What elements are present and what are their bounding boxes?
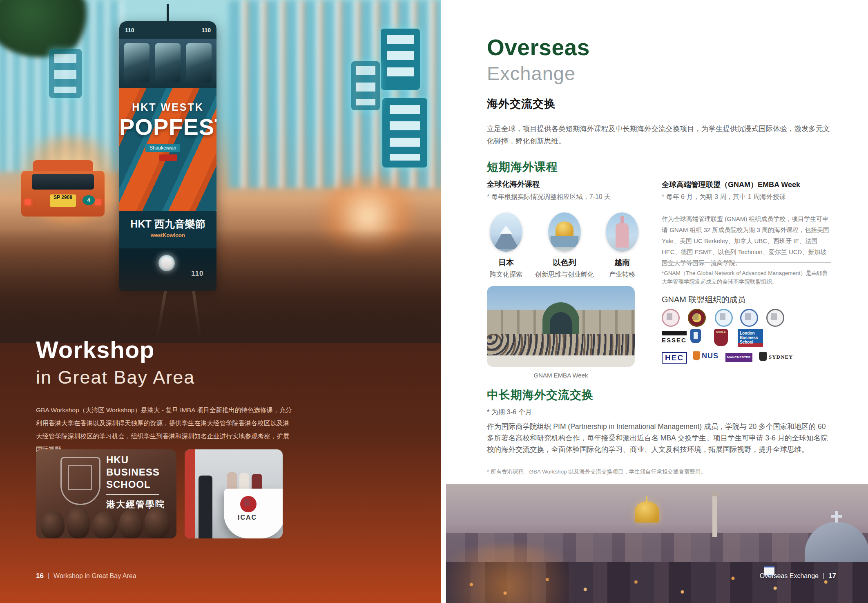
member-logos-row1 — [662, 309, 833, 327]
person-silhouette — [199, 476, 212, 538]
person-silhouette — [41, 511, 65, 538]
sydney-crest-icon — [759, 352, 767, 361]
tram-roof: 110 110 — [119, 21, 216, 39]
manchester-logo: MANCHESTER — [725, 353, 752, 362]
long-term-note: * 为期 3-6 个月 — [487, 408, 532, 417]
left-page-title-light: in Great Bay Area — [36, 367, 195, 388]
section-heading-long-term: 中长期海外交流交换 — [487, 387, 594, 403]
right-page: Overseas Exchange 海外交流交换 立足全球，项目提供各类短期海外… — [441, 0, 868, 603]
tram-destination-chip: Shaukeiwan — [145, 144, 180, 152]
person-silhouette — [92, 511, 117, 538]
tram-route-right: 110 — [201, 27, 211, 34]
minaret-tower — [712, 492, 717, 537]
tram-banner-text: HKT 西九音樂節 — [119, 217, 216, 231]
destination-name: 以色列 — [533, 257, 596, 268]
university-seal-icon — [662, 309, 680, 327]
korea-university-logo: KOREA — [714, 329, 728, 346]
tram-pantograph — [167, 4, 169, 23]
hku-campus-photo: HKU BUSINESS SCHOOL 港大經管學院 — [36, 449, 176, 538]
left-page-footer: 16|Workshop in Great Bay Area — [36, 572, 136, 580]
left-page: 110 110 HKT WESTK POPFEST Shaukeiwan HKT… — [0, 0, 441, 603]
left-page-number: 16 — [36, 572, 44, 580]
member-logos-row3: HEC NUS MANCHESTER SYDNEY — [662, 351, 833, 368]
neon-sign — [382, 98, 427, 168]
taxi-tail-light — [95, 199, 101, 205]
gnam-photo-caption: GNAM EMBA Week — [487, 372, 635, 379]
member-logos-row2: ESSEC KOREA London Business School — [662, 329, 833, 347]
tram-route-left: 110 — [125, 27, 134, 34]
brochure-spread: { "colors": { "brand_green": "#14512c", … — [0, 0, 868, 603]
right-footer-label: Overseas Exchange — [760, 572, 819, 579]
neon-sign — [381, 29, 420, 90]
person-silhouette — [145, 507, 170, 538]
intro-paragraph: 立足全球，项目提供各类短期海外课程及中长期海外交流交换项目，为学生提供沉浸式国际… — [487, 123, 833, 147]
destination-theme: 跨文化探索 — [480, 270, 533, 279]
right-page-footer: Overseas Exchange|17 — [760, 572, 836, 580]
taxi: SP 2908 4 — [21, 160, 105, 217]
university-seal-icon — [740, 309, 758, 327]
hku-sign-line1: HKU — [106, 454, 129, 466]
vietnam-church-photo — [606, 212, 638, 252]
group-of-people — [487, 334, 635, 355]
destination-name: 越南 — [596, 257, 648, 268]
destination-israel: 以色列 创新思维与创业孵化 — [533, 212, 596, 279]
long-term-footnote: * 所有香港课程、GBA Workshop 以及海外交流交换项目，学生须自行承担… — [487, 468, 833, 476]
neon-sign — [351, 61, 380, 110]
tram-upper-deck — [119, 39, 216, 88]
footer-separator: | — [823, 572, 824, 580]
tram-ad-line2: POPFEST — [119, 114, 216, 140]
divider — [487, 207, 635, 207]
left-page-paragraph: GBA Workshop（大湾区 Workshop）是港大 - 复旦 IMBA … — [36, 404, 292, 456]
university-seal-icon — [766, 309, 784, 327]
nus-logo: NUS — [702, 352, 718, 360]
gnam-note: * 每年 6 月，为期 3 周，其中 1 周海外授课 — [662, 193, 786, 201]
icac-seal-icon — [240, 496, 257, 512]
essec-logo: ESSEC — [662, 331, 687, 344]
destination-theme: 创新思维与创业孵化 — [533, 270, 596, 279]
hong-kong-tram: 110 110 HKT WESTK POPFEST Shaukeiwan HKT… — [119, 9, 216, 291]
page-title-en-light: Exchange — [487, 62, 576, 85]
taxi-rear-window — [32, 174, 94, 190]
tram-red-chip — [159, 154, 177, 161]
left-page-title-bold: Workshop — [36, 336, 155, 363]
gnam-footnote: *GNAM（The Global Network of Advanced Man… — [662, 269, 833, 286]
person-silhouette — [119, 509, 143, 538]
israel-dome-photo — [548, 212, 581, 252]
gnam-subheading: 全球高端管理联盟（GNAM）EMBA Week — [662, 180, 837, 190]
right-page-number: 17 — [828, 572, 836, 580]
plaza-floor — [487, 355, 635, 367]
footer-separator: | — [48, 572, 49, 580]
icac-cup-label: ICAC — [238, 514, 257, 521]
long-term-paragraph: 作为国际商学院组织 PIM (Partnership in Internatio… — [487, 421, 833, 455]
gnam-emba-week-photo — [487, 286, 635, 367]
tram-body: 110 110 HKT WESTK POPFEST Shaukeiwan HKT… — [119, 21, 216, 291]
hec-paris-logo: HEC — [662, 352, 687, 364]
hku-sign-line2: BUSINESS — [106, 467, 160, 478]
hku-sign-divider — [106, 494, 159, 495]
destination-vietnam: 越南 产业转移 — [596, 212, 648, 279]
section-heading-short-term: 短期海外课程 — [487, 159, 558, 175]
tram-ad-line1: HKT WESTK — [119, 101, 216, 113]
left-footer-label: Workshop in Great Bay Area — [54, 572, 136, 579]
taxi-tail-light — [25, 199, 31, 205]
giant-icac-cup: ICAC — [224, 489, 283, 538]
university-seal-icon — [688, 309, 706, 327]
divider — [662, 207, 831, 207]
global-courses-note: * 每年根据实际情况调整相应区域，7-10 天 — [487, 193, 611, 201]
toronto-crest-icon — [690, 329, 701, 343]
london-business-school-logo: London Business School — [738, 329, 763, 347]
hku-sign-line3: SCHOOL — [106, 479, 151, 490]
destination-theme: 产业转移 — [596, 270, 648, 279]
icac-visit-photo: ICAC — [185, 449, 283, 538]
destination-name: 日本 — [480, 257, 533, 268]
page-title-en-bold: Overseas — [487, 34, 590, 60]
nus-crest-icon — [693, 351, 700, 360]
photo-bottom-fade — [0, 253, 441, 343]
dome-of-the-rock-icon — [635, 501, 659, 523]
page-title-cn: 海外交流交换 — [487, 96, 556, 111]
jerusalem-city-photo — [446, 484, 868, 603]
hong-kong-street-photo: 110 110 HKT WESTK POPFEST Shaukeiwan HKT… — [0, 0, 441, 343]
red-wall — [185, 449, 195, 538]
sydney-logo: SYDNEY — [769, 354, 793, 360]
neon-sign — [49, 49, 82, 98]
